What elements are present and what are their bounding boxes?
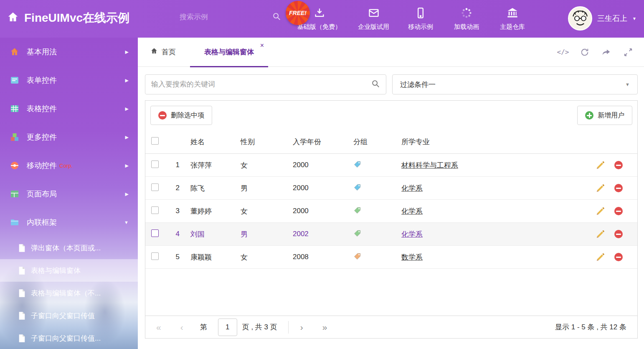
- delete-row-icon[interactable]: [614, 207, 623, 215]
- major-link[interactable]: 化学系: [401, 230, 423, 238]
- major-link[interactable]: 化学系: [401, 207, 423, 215]
- sidebar-item-5[interactable]: 页面布局▶: [0, 180, 138, 208]
- sidebar-subitem-1[interactable]: 表格与编辑窗体: [0, 259, 138, 282]
- grid-panel: 删除选中项 新增用户 姓名 性别 入学年份 分组 所学专业 1张萍萍女2000材…: [145, 100, 638, 339]
- sidebar-subitem-4[interactable]: 子窗口向父窗口传值...: [0, 327, 138, 349]
- row-number: 5: [165, 253, 190, 261]
- column-major[interactable]: 所学专业: [401, 137, 583, 147]
- sidebar-item-2[interactable]: 表格控件▶: [0, 94, 138, 123]
- prev-page-button[interactable]: ‹: [180, 322, 183, 332]
- search-icon[interactable]: [371, 79, 380, 90]
- filter-dropdown[interactable]: 过滤条件一 ▼: [392, 74, 638, 94]
- row-checkbox[interactable]: [151, 206, 159, 214]
- header-nav-item-3[interactable]: 加载动画: [452, 7, 481, 31]
- sidebar-subitem-3[interactable]: 子窗口向父窗口传值: [0, 304, 138, 327]
- expand-icon[interactable]: [623, 47, 633, 57]
- row-checkbox[interactable]: [151, 183, 159, 191]
- page-label-prefix: 第: [200, 322, 207, 332]
- column-name[interactable]: 姓名: [190, 137, 241, 147]
- app-header: FineUIMvc在线示例 FREE! 基础版（免费）企业版试用移动示例加载动画…: [0, 0, 644, 38]
- first-page-button[interactable]: «: [156, 322, 161, 332]
- table-search-input[interactable]: [151, 80, 371, 89]
- column-group[interactable]: 分组: [353, 137, 401, 147]
- tag-icon[interactable]: [353, 183, 362, 191]
- edit-pencil-icon[interactable]: [596, 229, 605, 239]
- header-user-menu[interactable]: 三生石上 ▼: [568, 6, 636, 31]
- header-nav-item-2[interactable]: 移动示例: [406, 7, 435, 31]
- cell-name: 陈飞: [190, 183, 241, 193]
- app-logo[interactable]: FineUIMvc在线示例: [7, 10, 129, 26]
- tag-icon[interactable]: [353, 206, 362, 214]
- delete-row-icon[interactable]: [614, 253, 623, 261]
- chevron-right-icon: ▶: [125, 135, 129, 140]
- spinner-icon: [461, 7, 472, 20]
- sidebar-item-1[interactable]: 表单控件▶: [0, 66, 138, 94]
- header-nav-item-1[interactable]: 企业版试用: [358, 7, 389, 31]
- select-all-checkbox[interactable]: [151, 137, 159, 145]
- sidebar-item-6[interactable]: 内联框架▼: [0, 208, 138, 237]
- table-row-4[interactable]: 4刘国男2002化学系: [145, 223, 637, 246]
- edit-pencil-icon[interactable]: [596, 183, 605, 193]
- tag-icon[interactable]: [353, 229, 362, 237]
- share-icon[interactable]: [601, 47, 611, 57]
- table-row-5[interactable]: 5康颖颖女2008数学系: [145, 246, 637, 269]
- delete-row-icon[interactable]: [614, 184, 623, 192]
- cell-year: 2002: [293, 230, 353, 238]
- search-icon[interactable]: [272, 12, 281, 23]
- add-user-button[interactable]: 新增用户: [577, 106, 632, 125]
- row-checkbox[interactable]: [151, 229, 159, 237]
- tab-tools: </>: [558, 47, 644, 57]
- tab-home[interactable]: 首页: [150, 47, 176, 57]
- next-page-button[interactable]: ›: [300, 322, 303, 332]
- code-icon[interactable]: </>: [558, 47, 568, 57]
- sidebar: 基本用法▶表单控件▶表格控件▶更多控件▶移动控件Corp.▶页面布局▶内联框架▼…: [0, 38, 138, 349]
- sidebar-subitem-0[interactable]: 弹出窗体（本页面或...: [0, 237, 138, 259]
- sidebar-item-4[interactable]: 移动控件Corp.▶: [0, 151, 138, 180]
- column-gender[interactable]: 性别: [241, 137, 293, 147]
- sidebar-item-3[interactable]: 更多控件▶: [0, 123, 138, 151]
- header-nav: 基础版（免费）企业版试用移动示例加载动画主题仓库: [297, 0, 527, 38]
- row-checkbox[interactable]: [151, 160, 159, 168]
- table-row-1[interactable]: 1张萍萍女2000材料科学与工程系: [145, 154, 637, 177]
- delete-row-icon[interactable]: [614, 230, 623, 238]
- cell-name: 刘国: [190, 229, 241, 239]
- last-page-button[interactable]: »: [322, 322, 327, 332]
- chevron-right-icon: ▶: [125, 163, 129, 168]
- table-search-box[interactable]: [145, 74, 386, 94]
- header-nav-item-4[interactable]: 主题仓库: [498, 7, 527, 31]
- edit-pencil-icon[interactable]: [596, 206, 605, 216]
- sidebar-item-0[interactable]: 基本用法▶: [0, 38, 138, 66]
- minus-circle-icon: [158, 111, 167, 120]
- table-row-3[interactable]: 3董婷婷女2000化学系: [145, 200, 637, 223]
- sidebar-subitem-2[interactable]: 表格与编辑窗体（不...: [0, 282, 138, 304]
- page-number-input[interactable]: [218, 318, 237, 336]
- row-number: 2: [165, 184, 190, 192]
- major-link[interactable]: 数学系: [401, 253, 423, 261]
- major-link[interactable]: 化学系: [401, 184, 423, 192]
- tag-icon[interactable]: [353, 160, 362, 168]
- filter-dropdown-value: 过滤条件一: [400, 80, 436, 89]
- delete-row-icon[interactable]: [614, 161, 623, 169]
- header-search-input[interactable]: [180, 13, 272, 21]
- free-badge: FREE!: [286, 1, 310, 25]
- major-link[interactable]: 材料科学与工程系: [401, 161, 458, 169]
- delete-selected-button[interactable]: 删除选中项: [150, 106, 212, 125]
- column-year[interactable]: 入学年份: [293, 137, 353, 147]
- header-search[interactable]: [180, 12, 267, 23]
- main-content: 首页 表格与编辑窗体 × </>: [138, 38, 644, 349]
- edit-pencil-icon[interactable]: [596, 160, 605, 170]
- close-icon[interactable]: ×: [260, 42, 264, 49]
- chevron-right-icon: ▶: [125, 78, 129, 83]
- tag-icon[interactable]: [353, 252, 362, 260]
- user-avatar[interactable]: [568, 6, 592, 31]
- edit-pencil-icon[interactable]: [596, 252, 605, 262]
- chevron-right-icon: ▶: [125, 191, 129, 197]
- file-icon: [18, 243, 26, 252]
- refresh-icon[interactable]: [580, 47, 590, 57]
- tab-active[interactable]: 表格与编辑窗体 ×: [190, 38, 268, 67]
- cell-name: 董婷婷: [190, 206, 241, 216]
- cell-name: 张萍萍: [190, 160, 241, 170]
- table-row-2[interactable]: 2陈飞男2000化学系: [145, 177, 637, 200]
- cell-year: 2008: [293, 253, 353, 261]
- row-checkbox[interactable]: [151, 252, 159, 260]
